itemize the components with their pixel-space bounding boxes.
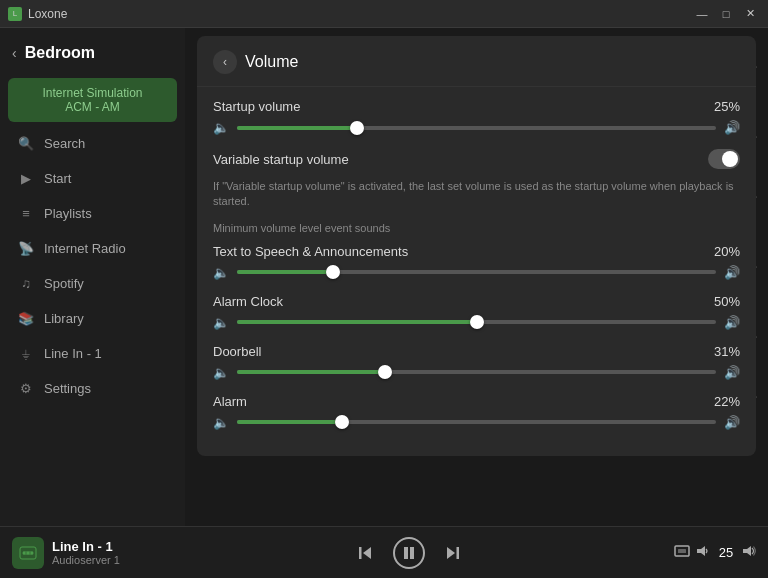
volume-high-icon — [742, 544, 756, 558]
now-playing-subtitle: Audioserver 1 — [52, 554, 120, 566]
doorbell-volume-row: Doorbell 31% 🔈 🔊 — [213, 344, 740, 380]
tts-slider-row: 🔈 🔊 — [213, 265, 740, 280]
now-playing-info: Line In - 1 Audioserver 1 — [52, 539, 120, 566]
doorbell-volume-header: Doorbell 31% — [213, 344, 740, 359]
vol-min-icon-alarm-clock: 🔈 — [213, 315, 229, 330]
now-playing-title: Line In - 1 — [52, 539, 120, 554]
sidebar-item-label: Internet Radio — [44, 241, 126, 256]
doorbell-slider[interactable] — [237, 370, 716, 374]
alarm-clock-slider[interactable] — [237, 320, 716, 324]
close-button[interactable]: ✕ — [740, 6, 760, 22]
vol-min-icon-tts: 🔈 — [213, 265, 229, 280]
prev-icon — [357, 545, 373, 561]
main-layout: ‹ Bedroom Internet Simulation ACM - AM 🔍… — [0, 28, 768, 526]
title-bar-left: L Loxone — [8, 7, 67, 21]
vol-max-icon-alarm-clock: 🔊 — [724, 315, 740, 330]
alarm-thumb[interactable] — [335, 415, 349, 429]
bottom-volume-controls: 25 — [626, 543, 756, 562]
sidebar-back-arrow[interactable]: ‹ — [12, 45, 17, 61]
sidebar-item-spotify[interactable]: ♫ Spotify — [4, 267, 181, 300]
panel-back-button[interactable]: ‹ — [213, 50, 237, 74]
svg-marker-13 — [697, 546, 705, 556]
active-item-line1: Internet Simulation — [18, 86, 167, 100]
svg-point-3 — [27, 551, 30, 554]
sidebar-item-internet-radio[interactable]: 📡 Internet Radio — [4, 232, 181, 265]
sidebar-item-label: Settings — [44, 381, 91, 396]
app-icon: L — [8, 7, 22, 21]
svg-rect-10 — [457, 547, 460, 559]
alarm-slider-row: 🔈 🔊 — [213, 415, 740, 430]
window-controls: — □ ✕ — [692, 6, 760, 22]
svg-rect-8 — [410, 547, 414, 559]
startup-volume-label: Startup volume — [213, 99, 300, 114]
alarm-volume-row: Alarm 22% 🔈 🔊 — [213, 394, 740, 430]
line-in-graphic — [18, 543, 38, 563]
alarm-volume-percent: 22% — [714, 394, 740, 409]
settings-icon: ⚙ — [18, 381, 34, 396]
sidebar-item-search[interactable]: 🔍 Search — [4, 127, 181, 160]
now-playing-icon — [12, 537, 44, 569]
sidebar-item-line-in[interactable]: ⏚ Line In - 1 — [4, 337, 181, 370]
svg-rect-6 — [359, 547, 362, 559]
alarm-clock-fill — [237, 320, 477, 324]
tts-volume-label: Text to Speech & Announcements — [213, 244, 408, 259]
volume-number: 25 — [716, 545, 736, 560]
vol-max-icon-doorbell: 🔊 — [724, 365, 740, 380]
content-area: ··· ··· ··· ··· ··· ··· ‹ Volume Startup… — [185, 28, 768, 526]
tts-volume-percent: 20% — [714, 244, 740, 259]
sidebar-item-label: Library — [44, 311, 84, 326]
variable-startup-info: If "Variable startup volume" is activate… — [213, 179, 740, 210]
now-playing: Line In - 1 Audioserver 1 — [12, 537, 192, 569]
alarm-slider[interactable] — [237, 420, 716, 424]
doorbell-volume-label: Doorbell — [213, 344, 261, 359]
alarm-volume-label: Alarm — [213, 394, 247, 409]
start-icon: ▶ — [18, 171, 34, 186]
sidebar-title: Bedroom — [25, 44, 95, 62]
startup-volume-thumb[interactable] — [350, 121, 364, 135]
volume-up-button[interactable] — [742, 544, 756, 561]
vol-max-icon-alarm: 🔊 — [724, 415, 740, 430]
startup-volume-fill — [237, 126, 357, 130]
doorbell-volume-percent: 31% — [714, 344, 740, 359]
sidebar-active-item[interactable]: Internet Simulation ACM - AM — [8, 78, 177, 122]
spotify-icon: ♫ — [18, 276, 34, 291]
alarm-clock-thumb[interactable] — [470, 315, 484, 329]
variable-startup-row: Variable startup volume — [213, 149, 740, 169]
title-bar: L Loxone — □ ✕ — [0, 0, 768, 28]
sidebar-item-library[interactable]: 📚 Library — [4, 302, 181, 335]
event-sounds-section-label: Minimum volume level event sounds — [213, 222, 740, 234]
tts-thumb[interactable] — [326, 265, 340, 279]
panel-title: Volume — [245, 53, 298, 71]
sidebar-item-label: Search — [44, 136, 85, 151]
cast-icon — [674, 543, 690, 559]
sidebar-item-start[interactable]: ▶ Start — [4, 162, 181, 195]
sidebar-item-playlists[interactable]: ≡ Playlists — [4, 197, 181, 230]
variable-startup-toggle[interactable] — [708, 149, 740, 169]
sidebar-item-settings[interactable]: ⚙ Settings — [4, 372, 181, 405]
startup-volume-slider[interactable] — [237, 126, 716, 130]
play-pause-button[interactable] — [393, 537, 425, 569]
next-button[interactable] — [445, 545, 461, 561]
cast-button[interactable] — [674, 543, 690, 562]
alarm-clock-volume-percent: 50% — [714, 294, 740, 309]
alarm-clock-volume-label: Alarm Clock — [213, 294, 283, 309]
mute-button[interactable] — [696, 544, 710, 561]
doorbell-fill — [237, 370, 385, 374]
startup-volume-percent: 25% — [714, 99, 740, 114]
prev-button[interactable] — [357, 545, 373, 561]
toggle-knob — [722, 151, 738, 167]
variable-startup-label: Variable startup volume — [213, 152, 349, 167]
active-item-line2: ACM - AM — [18, 100, 167, 114]
alarm-clock-slider-row: 🔈 🔊 — [213, 315, 740, 330]
bottom-bar: Line In - 1 Audioserver 1 — [0, 526, 768, 578]
sidebar-item-label: Line In - 1 — [44, 346, 102, 361]
doorbell-thumb[interactable] — [378, 365, 392, 379]
alarm-fill — [237, 420, 342, 424]
minimize-button[interactable]: — — [692, 6, 712, 22]
vol-max-icon-startup: 🔊 — [724, 120, 740, 135]
playlists-icon: ≡ — [18, 206, 34, 221]
tts-slider[interactable] — [237, 270, 716, 274]
maximize-button[interactable]: □ — [716, 6, 736, 22]
sidebar-item-label: Spotify — [44, 276, 84, 291]
svg-marker-5 — [363, 547, 371, 559]
